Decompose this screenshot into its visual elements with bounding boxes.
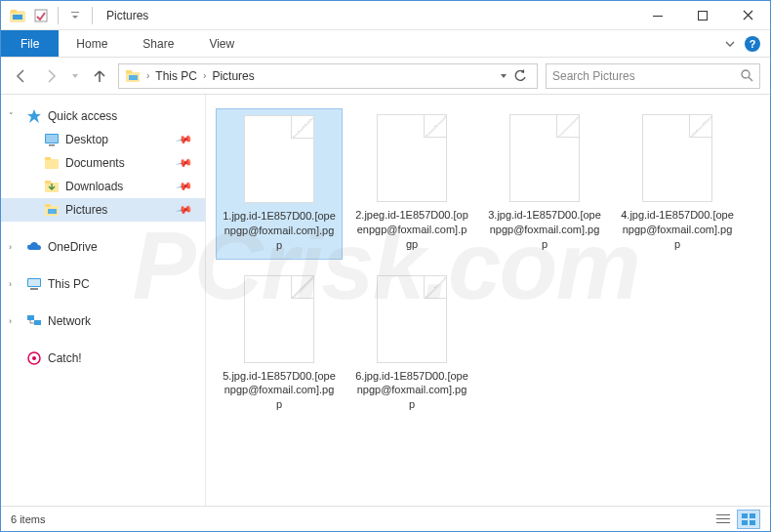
separator xyxy=(58,7,59,24)
file-icon xyxy=(509,114,580,202)
sidebar-quickaccess[interactable]: ˅ Quick access xyxy=(1,104,205,128)
svg-rect-35 xyxy=(750,520,755,525)
svg-rect-30 xyxy=(716,518,730,519)
file-item[interactable]: 1.jpg.id-1E857D00.[openpgp@foxmail.com].… xyxy=(216,108,343,260)
back-button[interactable] xyxy=(11,65,32,87)
refresh-icon[interactable] xyxy=(513,69,527,83)
file-name: 6.jpg.id-1E857D00.[openpgp@foxmail.com].… xyxy=(352,369,471,413)
body: ˅ Quick access Desktop 📌 Documents 📌 Dow… xyxy=(1,95,770,506)
chevron-right-icon[interactable]: › xyxy=(9,316,12,326)
catch-icon xyxy=(26,350,42,366)
file-item[interactable]: 3.jpg.id-1E857D00.[openpgp@foxmail.com].… xyxy=(481,108,608,260)
chevron-down-icon[interactable]: ˅ xyxy=(9,111,14,121)
recent-dropdown-icon[interactable] xyxy=(69,65,81,87)
svg-rect-9 xyxy=(126,70,132,73)
search-icon xyxy=(741,69,753,82)
pin-icon: 📌 xyxy=(176,178,194,196)
file-name: 1.jpg.id-1E857D00.[openpgp@foxmail.com].… xyxy=(221,209,338,253)
search-placeholder: Search Pictures xyxy=(552,69,635,83)
svg-rect-10 xyxy=(129,75,138,80)
ribbon: File Home Share View ? xyxy=(1,30,770,58)
svg-rect-16 xyxy=(45,157,51,160)
file-icon xyxy=(642,114,712,202)
desktop-icon xyxy=(44,132,60,147)
explorer-window: Pictures File Home Share View ? xyxy=(0,0,771,532)
tab-view[interactable]: View xyxy=(191,30,252,57)
folder-icon xyxy=(44,179,60,194)
titlebar: Pictures xyxy=(1,1,770,30)
sidebar-item-label: OneDrive xyxy=(48,240,98,254)
sidebar-item-desktop[interactable]: Desktop 📌 xyxy=(1,128,205,151)
file-item[interactable]: 4.jpg.id-1E857D00.[openpgp@foxmail.com].… xyxy=(614,108,741,260)
sidebar-onedrive[interactable]: › OneDrive xyxy=(1,235,205,259)
svg-rect-18 xyxy=(45,181,51,184)
sidebar-item-label: Catch! xyxy=(48,351,82,365)
address-dropdown-icon[interactable] xyxy=(500,72,507,80)
window-title: Pictures xyxy=(106,9,148,22)
caption-buttons xyxy=(635,1,770,30)
file-icon xyxy=(244,115,314,203)
file-item[interactable]: 5.jpg.id-1E857D00.[openpgp@foxmail.com].… xyxy=(216,269,343,419)
qat-dropdown-icon[interactable] xyxy=(66,7,84,24)
properties-icon[interactable] xyxy=(32,7,50,24)
chevron-right-icon[interactable]: › xyxy=(9,279,12,289)
file-name: 4.jpg.id-1E857D00.[openpgp@foxmail.com].… xyxy=(618,208,737,252)
maximize-button[interactable] xyxy=(680,1,725,30)
sidebar-network[interactable]: › Network xyxy=(1,309,205,333)
file-name: 5.jpg.id-1E857D00.[openpgp@foxmail.com].… xyxy=(220,369,339,413)
pin-icon: 📌 xyxy=(176,201,194,220)
sidebar-item-label: Desktop xyxy=(65,133,108,146)
file-item[interactable]: 6.jpg.id-1E857D00.[openpgp@foxmail.com].… xyxy=(348,269,475,419)
svg-rect-15 xyxy=(45,159,59,169)
file-tab[interactable]: File xyxy=(1,30,59,57)
file-icon xyxy=(244,275,314,363)
minimize-button[interactable] xyxy=(635,1,680,30)
network-icon xyxy=(26,313,42,329)
pin-icon: 📌 xyxy=(176,131,194,149)
chevron-right-icon[interactable]: › xyxy=(203,70,206,81)
close-button[interactable] xyxy=(725,1,770,30)
item-count: 6 items xyxy=(11,513,45,525)
help-icon[interactable]: ? xyxy=(745,36,760,52)
svg-rect-21 xyxy=(48,209,57,214)
sidebar-item-label: Documents xyxy=(65,156,125,170)
breadcrumb-thispc[interactable]: This PC xyxy=(155,69,197,83)
onedrive-icon xyxy=(26,239,42,255)
folder-icon xyxy=(44,155,60,171)
chevron-right-icon[interactable]: › xyxy=(146,70,149,81)
chevron-right-icon[interactable]: › xyxy=(9,242,12,252)
sidebar-catch[interactable]: Catch! xyxy=(1,347,205,370)
svg-point-28 xyxy=(32,356,36,360)
svg-rect-2 xyxy=(11,10,17,13)
svg-rect-14 xyxy=(49,144,55,146)
tab-share[interactable]: Share xyxy=(125,30,191,57)
svg-rect-32 xyxy=(742,513,748,518)
details-view-button[interactable] xyxy=(711,510,735,529)
navigation-bar: › This PC › Pictures Search Pictures xyxy=(1,58,770,95)
svg-rect-5 xyxy=(71,12,79,13)
sidebar-item-documents[interactable]: Documents 📌 xyxy=(1,151,205,175)
address-bar[interactable]: › This PC › Pictures xyxy=(118,63,538,89)
sidebar-thispc[interactable]: › This PC xyxy=(1,272,205,296)
breadcrumb-pictures[interactable]: Pictures xyxy=(212,69,254,83)
file-item[interactable]: 2.jpeg.id-1E857D00.[openpgp@foxmail.com]… xyxy=(348,108,475,260)
file-view[interactable]: 1.jpg.id-1E857D00.[openpgp@foxmail.com].… xyxy=(206,95,770,506)
search-input[interactable]: Search Pictures xyxy=(546,63,760,89)
sidebar-item-downloads[interactable]: Downloads 📌 xyxy=(1,175,205,198)
tab-home[interactable]: Home xyxy=(59,30,125,57)
sidebar-item-pictures[interactable]: Pictures 📌 xyxy=(1,198,205,222)
sidebar-item-label: This PC xyxy=(48,277,90,291)
quick-access-toolbar: Pictures xyxy=(1,7,148,24)
expand-ribbon-icon[interactable] xyxy=(725,39,735,49)
up-button[interactable] xyxy=(89,65,110,87)
svg-rect-25 xyxy=(27,315,34,320)
thumbnails-view-button[interactable] xyxy=(737,510,760,529)
sidebar-item-label: Network xyxy=(48,314,91,328)
svg-rect-3 xyxy=(13,15,22,20)
navigation-pane[interactable]: ˅ Quick access Desktop 📌 Documents 📌 Dow… xyxy=(1,95,206,506)
svg-rect-7 xyxy=(699,11,708,20)
star-icon xyxy=(26,108,42,124)
forward-button[interactable] xyxy=(40,65,61,87)
folder-icon xyxy=(44,202,60,218)
file-icon xyxy=(377,114,447,202)
